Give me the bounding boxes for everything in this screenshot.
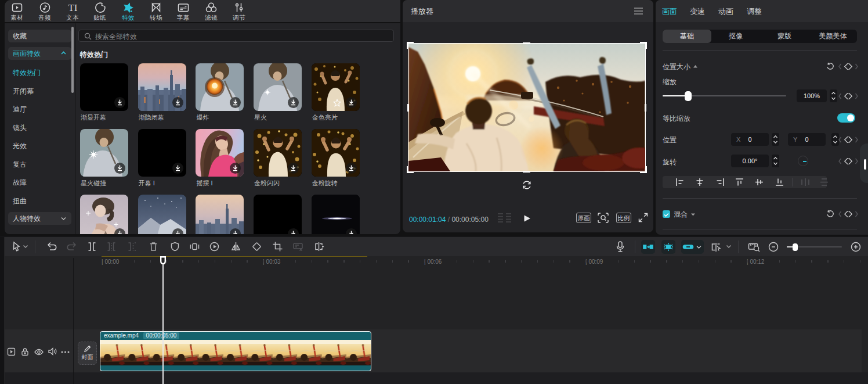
svg-text:TI: TI: [68, 2, 77, 13]
